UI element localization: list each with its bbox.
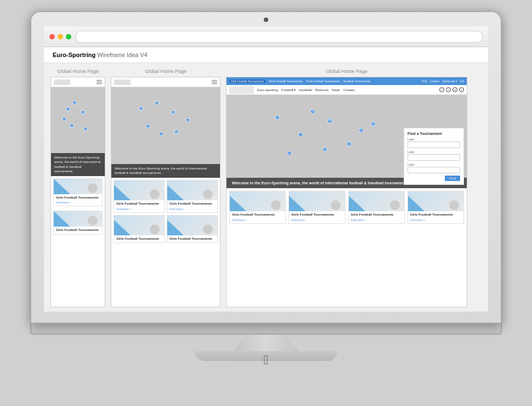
card-circle	[150, 189, 160, 199]
field-input-3[interactable]	[408, 167, 460, 173]
map-dot: 3	[83, 127, 88, 131]
card-link[interactable]: Find more >	[410, 218, 461, 222]
card-circle	[203, 224, 213, 234]
page-content: Euro-Sportring Wireframe Idea V4 Global …	[44, 47, 488, 312]
card-title: Girls Football Tournaments	[169, 202, 215, 206]
card-image	[349, 191, 404, 211]
card-triangle	[167, 185, 184, 200]
traffic-lights	[49, 34, 71, 40]
field-input-1[interactable]	[408, 142, 460, 148]
mobile-wireframe: 3 2 4 1 3 2 Welcome to the Euro-	[50, 77, 105, 307]
tablet-wireframe-col: Global Home Page	[111, 69, 220, 303]
nav-euro-sportring[interactable]: Euro-sportring	[257, 88, 278, 92]
map-dot: 3	[139, 106, 143, 111]
minimize-button[interactable]	[58, 34, 63, 40]
map-dot: 4	[287, 151, 292, 156]
desktop-wireframe: Girls Football Tournaments Youth Footbal…	[226, 77, 467, 307]
field-label-2: Label	[408, 150, 460, 154]
top-nav-global[interactable]: Global site ▾	[442, 80, 457, 83]
card-title: Girls Football Tournaments	[116, 202, 162, 206]
close-button[interactable]	[49, 34, 55, 40]
card-triangle	[114, 185, 131, 200]
find-field-3: Label	[408, 163, 460, 173]
card-link[interactable]: Find more >	[56, 201, 100, 204]
tablet-hamburger[interactable]	[212, 80, 217, 84]
map-dot: 5	[322, 147, 327, 152]
top-nav-lang[interactable]: EN	[460, 80, 464, 83]
hamburger-line	[97, 83, 102, 84]
map-background: 3 2 4 1 3 2	[51, 87, 105, 153]
desktop-map-container: 3 2 4 1 3 5 2 2 4	[227, 95, 467, 188]
nav-brochure[interactable]: Brochure	[315, 88, 329, 92]
url-bar[interactable]	[76, 31, 483, 43]
top-nav-handball[interactable]: Handball Tournaments	[343, 80, 371, 83]
top-nav-youth-football-2[interactable]: Youth Football Tournaments	[306, 80, 340, 83]
card-triangle	[289, 196, 305, 211]
field-label-1: Label	[408, 138, 460, 141]
nav-football[interactable]: Football ▾	[281, 88, 296, 92]
map-dot: 1	[146, 124, 150, 128]
page-title-bar: Euro-Sportring Wireframe Idea V4	[44, 47, 488, 63]
card-link[interactable]: Find more >	[232, 218, 283, 222]
tablet-map: 3 2 4 1 3 5 2	[111, 87, 220, 164]
desktop-top-nav: Girls Football Tournaments Youth Footbal…	[227, 77, 467, 85]
top-nav-youth-football[interactable]: Youth Football Tournaments	[269, 80, 303, 83]
desktop-card-4: Girls Football Tournaments Find more >	[408, 191, 464, 224]
twitter-icon[interactable]: t	[446, 87, 451, 92]
card-body: Girls Football Tournaments Find more >	[54, 194, 102, 206]
field-input-2[interactable]	[408, 154, 460, 161]
linkedin-icon[interactable]: in	[452, 87, 457, 92]
hamburger-line	[97, 80, 102, 81]
card-body: Girls Football Tournaments Find more >	[289, 211, 344, 223]
tablet-card-2: Girls Football Tournaments Find more >	[167, 180, 218, 213]
map-dot: 2	[72, 100, 77, 105]
hamburger-menu[interactable]	[97, 80, 102, 84]
mobile-card: Girls Football Tournaments Find more >	[53, 178, 103, 207]
nav-contact[interactable]: Contact	[343, 88, 355, 92]
map-dot: 4	[327, 119, 332, 123]
find-tournament-panel: Find a Tournament Label Label	[404, 128, 464, 185]
nav-news[interactable]: News	[332, 88, 340, 92]
card-body: Girls Football Tournaments	[167, 235, 217, 243]
desktop-card-3: Girls Football Tournaments Find more >	[348, 191, 405, 224]
page-subtitle: Wireframe Idea V4	[95, 52, 148, 58]
card-image	[114, 181, 164, 200]
card-title: Girls Football Tournaments	[351, 213, 402, 217]
facebook-icon[interactable]: f	[439, 87, 444, 92]
card-image	[54, 211, 102, 227]
card-circle	[88, 183, 98, 193]
maximize-button[interactable]	[66, 34, 71, 40]
wireframes-area: Global Home Page	[44, 63, 488, 308]
map-dot: 2	[371, 121, 376, 126]
find-button[interactable]: Find	[445, 176, 460, 181]
tablet-card-4: Girls Football Tournaments	[167, 215, 218, 244]
card-body: Girls Football Tournaments Find more >	[114, 200, 164, 212]
card-link[interactable]: Find more >	[169, 207, 215, 211]
card-circle	[390, 200, 400, 210]
top-nav-girls-football[interactable]: Girls Football Tournaments	[229, 80, 265, 83]
desktop-card-2: Girls Football Tournaments Find more >	[288, 191, 345, 224]
brand-name: Euro-Sportring	[53, 52, 95, 58]
top-nav-contact[interactable]: Contact	[430, 80, 439, 83]
card-image	[167, 216, 217, 235]
card-body: Girls Football Tournaments Find more >	[408, 211, 463, 223]
card-circle	[449, 200, 459, 210]
card-image	[54, 179, 102, 194]
nav-handball[interactable]: Handball	[299, 88, 312, 92]
card-triangle	[54, 179, 70, 194]
rss-icon[interactable]: r	[459, 87, 464, 92]
card-title: Girls Football Tournaments	[116, 237, 162, 241]
card-triangle	[167, 220, 184, 235]
stand-neck	[233, 335, 299, 351]
top-nav-faq[interactable]: FAQ	[422, 80, 427, 83]
tablet-label: Global Home Page	[145, 69, 186, 74]
card-link[interactable]: Find more >	[291, 218, 342, 222]
card-image	[408, 191, 463, 211]
mobile-wireframe-col: Global Home Page	[50, 69, 105, 303]
hamburger-line	[212, 82, 217, 82]
card-link[interactable]: Find more >	[116, 207, 162, 211]
card-link[interactable]: Find more >	[351, 218, 402, 222]
desktop-logo	[229, 86, 254, 94]
card-title: Girls Football Tournaments	[232, 213, 283, 217]
card-title: Girls Football Tournaments	[291, 213, 342, 217]
